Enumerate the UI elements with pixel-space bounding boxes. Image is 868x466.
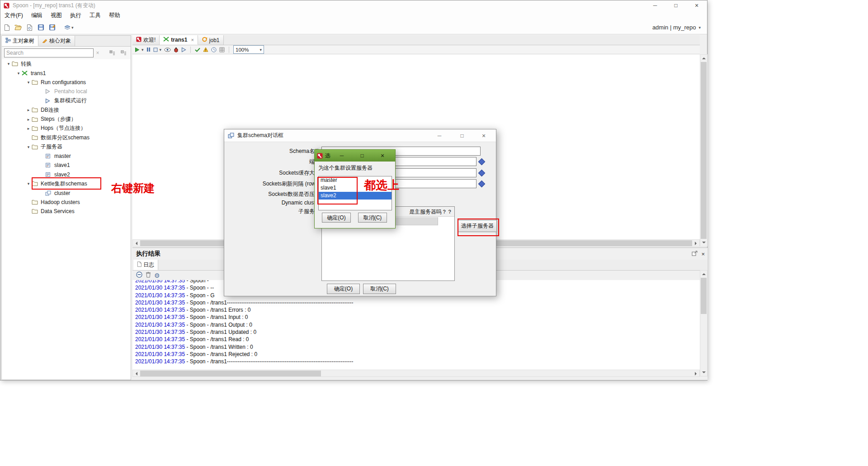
close-button[interactable]: ×	[686, 0, 707, 10]
stop-button[interactable]	[153, 46, 158, 54]
select-cancel-button[interactable]: 取消(C)	[358, 213, 387, 223]
menu-run[interactable]: 执行	[66, 10, 85, 21]
chevron-down-icon[interactable]: ▾	[5, 62, 12, 66]
run-button[interactable]	[135, 46, 140, 54]
dialog-close-button[interactable]: ×	[477, 131, 490, 141]
variable-icon[interactable]	[478, 181, 486, 188]
tree-item-pentaho-local[interactable]: Pentaho local	[2, 87, 131, 96]
show-grid-button[interactable]	[219, 46, 225, 54]
preview-button[interactable]	[164, 46, 171, 54]
chevron-down-icon[interactable]: ▾	[25, 181, 32, 186]
tree-item-transformations[interactable]: ▾ 转换	[2, 59, 131, 68]
chevron-right-icon[interactable]: ▸	[25, 108, 32, 112]
tree-item-data-services[interactable]: Data Services	[2, 207, 131, 216]
results-close-icon[interactable]: ×	[701, 251, 705, 257]
menu-tools[interactable]: 工具	[85, 10, 105, 21]
scroll-right-arrow[interactable]	[693, 370, 699, 377]
menu-view[interactable]: 视图	[47, 10, 66, 21]
perspective-caret-icon[interactable]: ▾	[71, 25, 74, 30]
dialog-maximize-button[interactable]: □	[456, 131, 468, 141]
dialog-maximize-button[interactable]: □	[358, 151, 367, 160]
tab-log[interactable]: 日志	[133, 260, 158, 270]
verify-button[interactable]	[195, 46, 200, 54]
select-dialog-titlebar[interactable]: 选 ─ □ ×	[315, 150, 395, 162]
tree-item-run-configurations[interactable]: ▾ Run configurations	[2, 78, 131, 87]
collapse-all-icon[interactable]	[118, 48, 128, 58]
tab-job1[interactable]: job1	[198, 35, 224, 45]
canvas-vscrollbar[interactable]	[700, 54, 708, 247]
canvas-vscroll-thumb[interactable]	[701, 62, 707, 239]
cluster-cancel-button[interactable]: 取消(C)	[363, 284, 396, 294]
clear-log-button[interactable]	[136, 271, 142, 280]
perspective-switch-button[interactable]	[62, 23, 72, 33]
zoom-select[interactable]: 100% ▾	[233, 45, 264, 54]
log-vscroll-thumb[interactable]	[701, 278, 707, 314]
replay-button[interactable]	[181, 46, 186, 54]
tree-item-steps[interactable]: ▸ Steps（步骤）	[2, 114, 131, 124]
chevron-right-icon[interactable]: ▸	[25, 117, 32, 122]
cluster-dialog-titlebar[interactable]: 集群schema对话框 ─ □ ×	[224, 129, 496, 142]
tab-main-object-tree[interactable]: 主对象树	[2, 36, 38, 46]
save-as-button[interactable]	[47, 23, 57, 33]
search-input[interactable]	[4, 48, 94, 57]
dialog-close-button[interactable]: ×	[378, 151, 387, 160]
tree-item-trans1[interactable]: ▾ trans1	[2, 68, 131, 77]
new-file-button[interactable]	[2, 23, 12, 33]
pause-button[interactable]	[146, 46, 151, 54]
tab-welcome[interactable]: 欢迎!	[132, 35, 160, 45]
scroll-down-arrow[interactable]	[700, 239, 707, 246]
impact-button[interactable]	[203, 46, 208, 54]
folder-icon	[32, 135, 40, 140]
log-hscroll-thumb[interactable]	[140, 371, 321, 376]
open-external-icon[interactable]	[692, 250, 698, 258]
dialog-minimize-button[interactable]: ─	[433, 131, 446, 141]
scroll-right-arrow[interactable]	[693, 240, 699, 247]
tree-item-hops[interactable]: ▸ Hops（节点连接）	[2, 124, 131, 133]
explore-repository-button[interactable]	[24, 23, 34, 33]
tab-trans1[interactable]: trans1 ×	[160, 35, 198, 45]
menu-edit[interactable]: 编辑	[27, 10, 47, 21]
search-clear-icon[interactable]: ×	[94, 50, 102, 56]
scroll-down-arrow[interactable]	[700, 369, 707, 376]
scroll-left-arrow[interactable]	[133, 370, 140, 377]
debug-button[interactable]	[174, 46, 179, 54]
chevron-right-icon[interactable]: ▸	[25, 126, 32, 131]
log-settings-gear-icon[interactable]: ⚙	[154, 272, 160, 279]
save-button[interactable]	[36, 23, 46, 33]
chevron-down-icon[interactable]: ▾	[25, 80, 32, 85]
titlebar[interactable]: Spoon - [my_repo] trans1 (有变动) ─ □ ×	[0, 0, 707, 10]
menu-file[interactable]: 文件(F)	[0, 10, 27, 21]
tree-item-slave-servers[interactable]: ▾ 子服务器	[2, 143, 131, 152]
tab-close-icon[interactable]: ×	[191, 37, 193, 43]
scroll-left-arrow[interactable]	[133, 240, 140, 247]
expand-all-icon[interactable]	[107, 48, 117, 58]
tree-item-db-connections[interactable]: ▸ DB连接	[2, 105, 131, 114]
tree-item-partition-schemas[interactable]: 数据库分区schemas	[2, 133, 131, 142]
metrics-button[interactable]	[211, 46, 217, 54]
scroll-up-arrow[interactable]	[700, 55, 707, 62]
stop-options-caret-icon[interactable]: ▾	[160, 48, 162, 52]
tree-item-cluster-run-config[interactable]: 集群模式运行	[2, 96, 131, 105]
run-options-caret-icon[interactable]: ▾	[142, 48, 144, 52]
tree-item-master[interactable]: master	[2, 152, 131, 161]
variable-icon[interactable]	[478, 170, 486, 177]
tree-item-hadoop-clusters[interactable]: Hadoop clusters	[2, 198, 131, 207]
maximize-button[interactable]: □	[665, 0, 686, 10]
select-ok-button[interactable]: 确定(O)	[322, 213, 351, 223]
log-vscrollbar[interactable]	[700, 270, 708, 376]
open-file-button[interactable]	[13, 23, 23, 33]
variable-icon[interactable]	[478, 158, 486, 166]
menu-help[interactable]: 帮助	[105, 10, 124, 21]
cluster-ok-button[interactable]: 确定(O)	[327, 284, 360, 294]
dialog-minimize-button[interactable]: ─	[337, 151, 346, 160]
minimize-button[interactable]: ─	[645, 0, 665, 10]
chevron-down-icon[interactable]: ▾	[25, 145, 32, 149]
tab-core-objects[interactable]: 核心对象	[38, 36, 75, 46]
log-hscrollbar[interactable]	[132, 370, 700, 377]
scroll-up-arrow[interactable]	[700, 271, 707, 277]
user-area[interactable]: admin | my_repo ▾	[652, 21, 701, 34]
chevron-down-icon[interactable]: ▾	[15, 71, 22, 76]
close-icon: ×	[381, 152, 384, 159]
tree-item-slave1[interactable]: slave1	[2, 161, 131, 170]
trash-icon[interactable]	[146, 271, 151, 280]
